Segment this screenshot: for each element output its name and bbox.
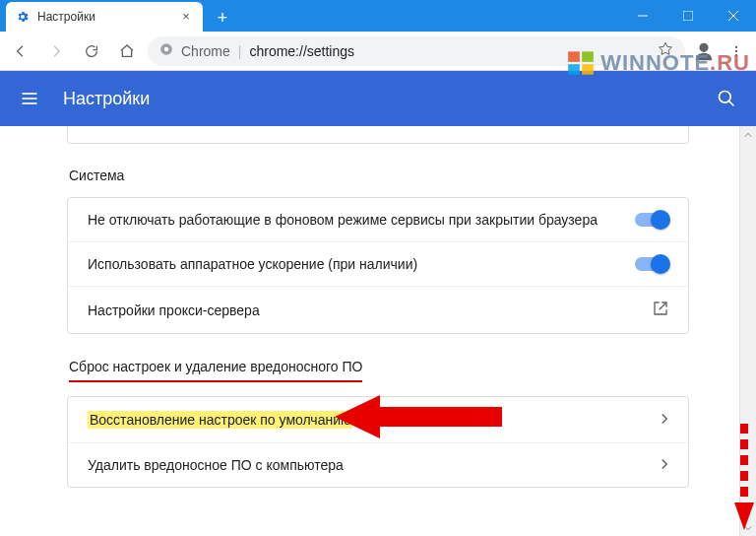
close-window-button[interactable] [711, 0, 756, 32]
home-button[interactable] [112, 36, 142, 66]
previous-card-edge [67, 126, 689, 144]
tab-title: Настройки [37, 10, 171, 24]
card-system: Не отключать работающие в фоновом режиме… [67, 197, 689, 334]
browser-toolbar: Chrome | chrome://settings [0, 32, 756, 71]
row-label: Восстановление настроек по умолчанию [88, 411, 352, 429]
svg-point-9 [735, 53, 737, 55]
reload-button[interactable] [77, 36, 106, 66]
section-system: Система Не отключать работающие в фоново… [67, 168, 689, 334]
scroll-up-icon[interactable] [740, 126, 756, 143]
row-label: Удалить вредоносное ПО с компьютера [88, 457, 344, 473]
new-tab-button[interactable]: + [209, 4, 236, 32]
omnibox-separator: | [238, 43, 242, 59]
forward-button[interactable] [41, 36, 71, 66]
svg-point-13 [720, 92, 731, 103]
browser-tab[interactable]: Настройки × [6, 2, 203, 32]
svg-point-6 [700, 43, 707, 50]
section-title-system: Система [69, 168, 689, 183]
settings-header: Настройки [0, 71, 756, 126]
row-label: Настройки прокси-сервера [88, 302, 260, 318]
row-hardware-accel[interactable]: Использовать аппаратное ускорение (при н… [68, 241, 688, 286]
window-controls [620, 0, 756, 32]
minimize-button[interactable] [620, 0, 665, 32]
chrome-icon [159, 42, 173, 59]
chevron-right-icon [661, 457, 668, 473]
svg-point-7 [735, 45, 737, 47]
toggle-on-icon[interactable] [635, 213, 668, 227]
window-titlebar: Настройки × + [0, 0, 756, 32]
search-icon[interactable] [717, 89, 736, 108]
settings-content: Система Не отключать работающие в фоново… [0, 126, 756, 536]
annotation-dashed-arrow-icon [732, 424, 756, 536]
svg-marker-15 [335, 395, 502, 438]
toggle-on-icon[interactable] [635, 257, 668, 271]
omnibox-url: chrome://settings [249, 43, 354, 59]
omnibox-prefix: Chrome [181, 43, 230, 59]
section-title-reset: Сброс настроек и удаление вредоносного П… [69, 359, 362, 382]
tab-strip: Настройки × + [0, 0, 620, 32]
close-icon[interactable]: × [179, 10, 193, 24]
maximize-button[interactable] [665, 0, 711, 32]
svg-line-14 [729, 101, 734, 106]
annotation-arrow-icon [335, 389, 502, 448]
kebab-menu-icon[interactable] [723, 44, 750, 58]
svg-point-5 [164, 47, 169, 52]
svg-rect-1 [683, 11, 693, 21]
gear-icon [16, 10, 30, 24]
profile-avatar-icon[interactable] [691, 38, 717, 64]
row-label: Использовать аппаратное ускорение (при н… [88, 256, 417, 272]
chevron-right-icon [661, 412, 668, 428]
scroll-region[interactable]: Система Не отключать работающие в фоново… [0, 126, 756, 536]
row-label: Не отключать работающие в фоновом режиме… [88, 212, 598, 228]
plus-icon: + [218, 8, 228, 29]
back-button[interactable] [6, 36, 35, 66]
omnibox[interactable]: Chrome | chrome://settings [148, 36, 685, 66]
svg-point-8 [735, 49, 737, 51]
bookmark-star-icon[interactable] [658, 41, 673, 60]
row-cleanup[interactable]: Удалить вредоносное ПО с компьютера [68, 442, 688, 487]
svg-marker-17 [734, 502, 754, 530]
hamburger-icon[interactable] [20, 89, 39, 108]
external-link-icon [653, 301, 668, 319]
settings-title: Настройки [63, 89, 717, 109]
row-background-apps[interactable]: Не отключать работающие в фоновом режиме… [68, 198, 688, 241]
row-proxy[interactable]: Настройки прокси-сервера [68, 286, 688, 333]
